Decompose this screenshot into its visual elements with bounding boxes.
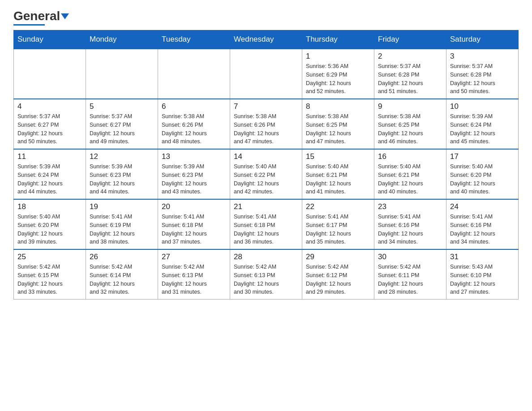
logo: General <box>13 9 69 26</box>
calendar-cell: 26Sunrise: 5:42 AMSunset: 6:14 PMDayligh… <box>86 249 158 300</box>
calendar-cell: 22Sunrise: 5:41 AMSunset: 6:17 PMDayligh… <box>302 199 374 249</box>
day-number: 25 <box>17 253 82 261</box>
calendar-cell <box>230 49 302 99</box>
day-info: Sunrise: 5:40 AMSunset: 6:21 PMDaylight:… <box>378 163 442 196</box>
day-info: Sunrise: 5:40 AMSunset: 6:20 PMDaylight:… <box>450 163 515 196</box>
day-info: Sunrise: 5:39 AMSunset: 6:24 PMDaylight:… <box>450 112 515 146</box>
day-number: 17 <box>450 152 515 161</box>
day-number: 3 <box>450 52 515 61</box>
day-number: 14 <box>234 152 298 161</box>
calendar-cell: 8Sunrise: 5:38 AMSunset: 6:25 PMDaylight… <box>302 99 374 149</box>
day-info: Sunrise: 5:42 AMSunset: 6:13 PMDaylight:… <box>234 263 298 296</box>
calendar-cell: 14Sunrise: 5:40 AMSunset: 6:22 PMDayligh… <box>230 149 302 199</box>
calendar-cell: 3Sunrise: 5:37 AMSunset: 6:28 PMDaylight… <box>446 49 519 99</box>
day-info: Sunrise: 5:41 AMSunset: 6:16 PMDaylight:… <box>378 213 442 246</box>
calendar-cell <box>86 49 158 99</box>
calendar-cell: 6Sunrise: 5:38 AMSunset: 6:26 PMDaylight… <box>158 99 230 149</box>
week-row-2: 4Sunrise: 5:37 AMSunset: 6:27 PMDaylight… <box>14 99 519 149</box>
logo-main-text: General <box>13 9 69 23</box>
week-row-3: 11Sunrise: 5:39 AMSunset: 6:24 PMDayligh… <box>14 149 519 199</box>
day-info: Sunrise: 5:40 AMSunset: 6:22 PMDaylight:… <box>234 163 298 196</box>
col-header-sunday: Sunday <box>14 30 86 49</box>
day-info: Sunrise: 5:42 AMSunset: 6:14 PMDaylight:… <box>90 263 154 296</box>
calendar-cell: 12Sunrise: 5:39 AMSunset: 6:23 PMDayligh… <box>86 149 158 199</box>
day-info: Sunrise: 5:37 AMSunset: 6:28 PMDaylight:… <box>378 62 442 96</box>
calendar-cell: 11Sunrise: 5:39 AMSunset: 6:24 PMDayligh… <box>14 149 86 199</box>
calendar-cell: 15Sunrise: 5:40 AMSunset: 6:21 PMDayligh… <box>302 149 374 199</box>
day-number: 29 <box>306 253 370 261</box>
calendar-cell: 7Sunrise: 5:38 AMSunset: 6:26 PMDaylight… <box>230 99 302 149</box>
day-info: Sunrise: 5:37 AMSunset: 6:27 PMDaylight:… <box>90 112 154 146</box>
day-number: 13 <box>162 152 226 161</box>
day-info: Sunrise: 5:40 AMSunset: 6:20 PMDaylight:… <box>17 213 82 246</box>
calendar-cell: 9Sunrise: 5:38 AMSunset: 6:25 PMDaylight… <box>374 99 446 149</box>
calendar-table: SundayMondayTuesdayWednesdayThursdayFrid… <box>13 30 519 300</box>
calendar-cell: 2Sunrise: 5:37 AMSunset: 6:28 PMDaylight… <box>374 49 446 99</box>
day-number: 18 <box>17 202 82 211</box>
day-number: 16 <box>378 152 442 161</box>
calendar-cell: 1Sunrise: 5:36 AMSunset: 6:29 PMDaylight… <box>302 49 374 99</box>
day-number: 31 <box>450 253 515 261</box>
calendar-cell: 13Sunrise: 5:39 AMSunset: 6:23 PMDayligh… <box>158 149 230 199</box>
calendar-cell: 24Sunrise: 5:41 AMSunset: 6:16 PMDayligh… <box>446 199 519 249</box>
day-number: 1 <box>306 52 370 61</box>
calendar-cell: 19Sunrise: 5:41 AMSunset: 6:19 PMDayligh… <box>86 199 158 249</box>
col-header-monday: Monday <box>86 30 158 49</box>
day-info: Sunrise: 5:41 AMSunset: 6:18 PMDaylight:… <box>162 213 226 246</box>
calendar-cell: 23Sunrise: 5:41 AMSunset: 6:16 PMDayligh… <box>374 199 446 249</box>
calendar-cell: 18Sunrise: 5:40 AMSunset: 6:20 PMDayligh… <box>14 199 86 249</box>
calendar-cell: 20Sunrise: 5:41 AMSunset: 6:18 PMDayligh… <box>158 199 230 249</box>
calendar-cell: 29Sunrise: 5:42 AMSunset: 6:12 PMDayligh… <box>302 249 374 300</box>
day-number: 21 <box>234 202 298 211</box>
calendar-cell: 21Sunrise: 5:41 AMSunset: 6:18 PMDayligh… <box>230 199 302 249</box>
day-number: 5 <box>90 102 154 111</box>
calendar-cell: 30Sunrise: 5:42 AMSunset: 6:11 PMDayligh… <box>374 249 446 300</box>
week-row-4: 18Sunrise: 5:40 AMSunset: 6:20 PMDayligh… <box>14 199 519 249</box>
day-info: Sunrise: 5:42 AMSunset: 6:13 PMDaylight:… <box>162 263 226 296</box>
header-row: SundayMondayTuesdayWednesdayThursdayFrid… <box>14 30 519 49</box>
calendar-cell: 5Sunrise: 5:37 AMSunset: 6:27 PMDaylight… <box>86 99 158 149</box>
day-number: 7 <box>234 102 298 111</box>
week-row-5: 25Sunrise: 5:42 AMSunset: 6:15 PMDayligh… <box>14 249 519 300</box>
col-header-saturday: Saturday <box>446 30 519 49</box>
calendar-cell: 16Sunrise: 5:40 AMSunset: 6:21 PMDayligh… <box>374 149 446 199</box>
day-info: Sunrise: 5:38 AMSunset: 6:25 PMDaylight:… <box>378 112 442 146</box>
col-header-friday: Friday <box>374 30 446 49</box>
day-info: Sunrise: 5:39 AMSunset: 6:23 PMDaylight:… <box>90 163 154 196</box>
calendar-cell: 4Sunrise: 5:37 AMSunset: 6:27 PMDaylight… <box>14 99 86 149</box>
calendar-cell: 28Sunrise: 5:42 AMSunset: 6:13 PMDayligh… <box>230 249 302 300</box>
day-info: Sunrise: 5:39 AMSunset: 6:24 PMDaylight:… <box>17 163 82 196</box>
day-number: 15 <box>306 152 370 161</box>
page-header: General <box>13 9 519 26</box>
day-info: Sunrise: 5:38 AMSunset: 6:25 PMDaylight:… <box>306 112 370 146</box>
day-info: Sunrise: 5:38 AMSunset: 6:26 PMDaylight:… <box>234 112 298 146</box>
day-number: 6 <box>162 102 226 111</box>
col-header-tuesday: Tuesday <box>158 30 230 49</box>
day-info: Sunrise: 5:42 AMSunset: 6:11 PMDaylight:… <box>378 263 442 296</box>
calendar-cell: 10Sunrise: 5:39 AMSunset: 6:24 PMDayligh… <box>446 99 519 149</box>
day-info: Sunrise: 5:41 AMSunset: 6:19 PMDaylight:… <box>90 213 154 246</box>
day-number: 12 <box>90 152 154 161</box>
day-number: 20 <box>162 202 226 211</box>
day-info: Sunrise: 5:37 AMSunset: 6:28 PMDaylight:… <box>450 62 515 96</box>
day-number: 2 <box>378 52 442 61</box>
day-info: Sunrise: 5:38 AMSunset: 6:26 PMDaylight:… <box>162 112 226 146</box>
day-number: 19 <box>90 202 154 211</box>
day-number: 23 <box>378 202 442 211</box>
day-number: 30 <box>378 253 442 261</box>
col-header-thursday: Thursday <box>302 30 374 49</box>
calendar-cell <box>14 49 86 99</box>
calendar-cell: 25Sunrise: 5:42 AMSunset: 6:15 PMDayligh… <box>14 249 86 300</box>
day-number: 27 <box>162 253 226 261</box>
day-number: 22 <box>306 202 370 211</box>
day-number: 8 <box>306 102 370 111</box>
logo-underline <box>13 24 45 26</box>
day-info: Sunrise: 5:39 AMSunset: 6:23 PMDaylight:… <box>162 163 226 196</box>
day-info: Sunrise: 5:42 AMSunset: 6:15 PMDaylight:… <box>17 263 82 296</box>
day-info: Sunrise: 5:43 AMSunset: 6:10 PMDaylight:… <box>450 263 515 296</box>
day-number: 10 <box>450 102 515 111</box>
col-header-wednesday: Wednesday <box>230 30 302 49</box>
day-info: Sunrise: 5:36 AMSunset: 6:29 PMDaylight:… <box>306 62 370 96</box>
day-number: 24 <box>450 202 515 211</box>
day-info: Sunrise: 5:41 AMSunset: 6:17 PMDaylight:… <box>306 213 370 246</box>
